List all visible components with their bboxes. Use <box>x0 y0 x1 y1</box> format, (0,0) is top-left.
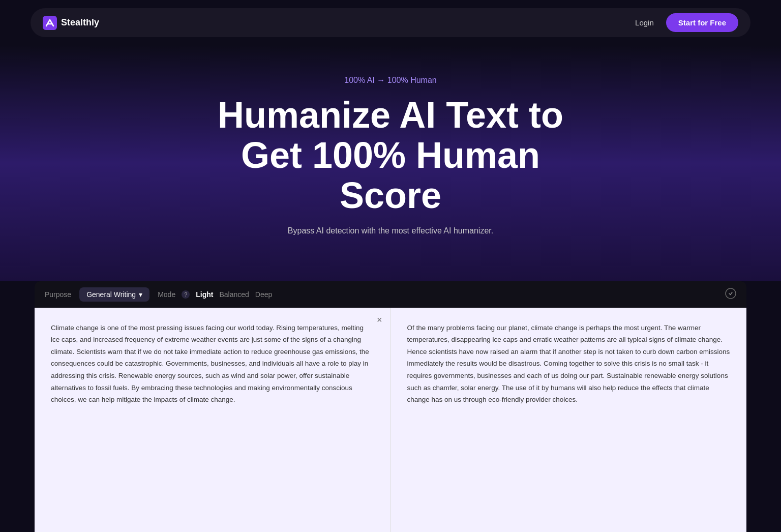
mode-balanced[interactable]: Balanced <box>219 290 249 299</box>
content-section: Purpose General Writing ▾ Mode ? Light B… <box>0 281 781 532</box>
settings-icon[interactable] <box>725 288 736 301</box>
output-pane: Of the many problems facing our planet, … <box>391 308 747 532</box>
logo-text: Stealthly <box>61 17 99 28</box>
logo: Stealthly <box>43 16 99 30</box>
login-link[interactable]: Login <box>635 18 654 27</box>
svg-rect-0 <box>43 16 57 30</box>
mode-group: Mode ? Light Balanced Deep <box>158 290 272 299</box>
svg-point-1 <box>726 288 736 299</box>
mode-help-icon: ? <box>182 290 190 299</box>
hero-subtitle: Bypass AI detection with the most effect… <box>10 226 771 235</box>
purpose-select[interactable]: General Writing ▾ <box>79 287 149 302</box>
hero-tag: 100% AI → 100% Human <box>10 76 771 85</box>
input-pane[interactable]: × Climate change is one of the most pres… <box>35 308 391 532</box>
editor-container: × Climate change is one of the most pres… <box>35 308 746 532</box>
mode-deep[interactable]: Deep <box>255 290 272 299</box>
start-free-button[interactable]: Start for Free <box>666 13 738 32</box>
clear-input-button[interactable]: × <box>377 315 382 326</box>
chevron-down-icon: ▾ <box>139 290 142 299</box>
mode-label: Mode <box>158 290 175 299</box>
input-text[interactable]: Climate change is one of the most pressi… <box>51 322 374 406</box>
output-text: Of the many problems facing our planet, … <box>407 322 731 406</box>
navbar: Stealthly Login Start for Free <box>31 8 750 37</box>
toolbar: Purpose General Writing ▾ Mode ? Light B… <box>35 281 746 308</box>
hero-section: 100% AI → 100% Human Humanize AI Text to… <box>0 45 781 281</box>
toolbar-left: Purpose General Writing ▾ Mode ? Light B… <box>45 287 272 302</box>
purpose-label: Purpose <box>45 290 71 299</box>
mode-light[interactable]: Light <box>196 290 213 299</box>
nav-right: Login Start for Free <box>635 13 738 32</box>
hero-title: Humanize AI Text to Get 100% Human Score <box>187 95 594 216</box>
logo-icon <box>43 16 57 30</box>
purpose-value: General Writing <box>86 290 136 299</box>
